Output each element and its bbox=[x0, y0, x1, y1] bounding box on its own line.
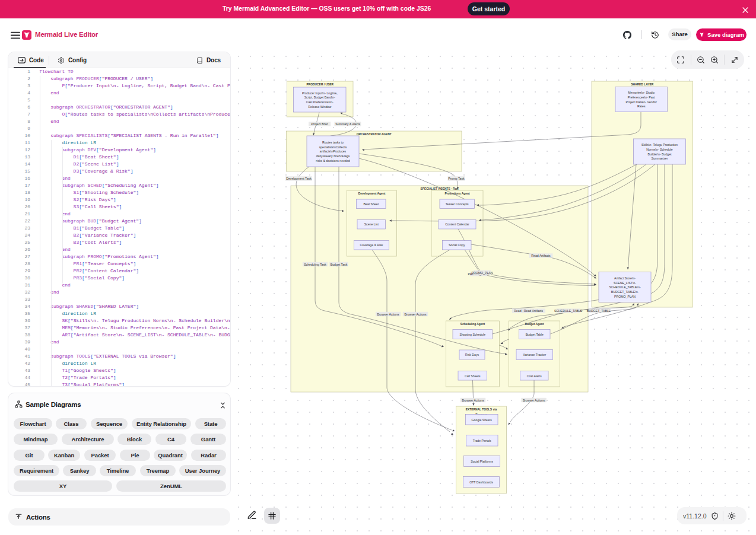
svg-text:Budget Task: Budget Task bbox=[331, 263, 348, 266]
svg-text:specialists\nCollects: specialists\nCollects bbox=[319, 145, 347, 149]
svg-text:Release Window: Release Window bbox=[308, 105, 331, 109]
svg-text:Variance Tracker: Variance Tracker bbox=[523, 353, 546, 356]
svg-text:PROMO_PLAN: PROMO_PLAN bbox=[614, 295, 636, 298]
svg-text:Promotions Agent: Promotions Agent bbox=[444, 192, 470, 195]
svg-text:Project Data\n- Vendor: Project Data\n- Vendor bbox=[626, 100, 657, 104]
svg-text:Google Sheets: Google Sheets bbox=[472, 418, 493, 422]
svg-text:PRODUCER / USER: PRODUCER / USER bbox=[306, 83, 333, 86]
svg-text:Development Task: Development Task bbox=[286, 177, 312, 180]
svg-text:Rates: Rates bbox=[637, 104, 646, 108]
svg-text:Builder\n- Budget: Builder\n- Budget bbox=[647, 152, 672, 156]
svg-text:Cost Alerts: Cost Alerts bbox=[527, 374, 542, 378]
svg-text:Summarizer: Summarizer bbox=[652, 157, 668, 160]
svg-text:Producer Input\n- Logline,: Producer Input\n- Logline, bbox=[302, 91, 338, 95]
svg-text:Preferences\n- Past: Preferences\n- Past bbox=[628, 95, 655, 99]
svg-text:Browser Actions: Browser Actions bbox=[462, 399, 484, 402]
svg-text:Content Calendar: Content Calendar bbox=[445, 222, 469, 226]
svg-text:Memories\n- Studio: Memories\n- Studio bbox=[628, 91, 655, 94]
svg-text:Promo Task: Promo Task bbox=[448, 177, 465, 180]
svg-text:Project Brief: Project Brief bbox=[311, 122, 328, 126]
svg-text:Beat Sheet: Beat Sheet bbox=[363, 202, 379, 206]
svg-text:Browser Actions: Browser Actions bbox=[377, 313, 399, 316]
svg-text:SCHEDULE_TABLE: SCHEDULE_TABLE bbox=[554, 309, 583, 313]
svg-text:Social Platforms: Social Platforms bbox=[471, 460, 493, 463]
svg-text:Coverage & Risk: Coverage & Risk bbox=[360, 243, 383, 247]
svg-text:Scheduling Task: Scheduling Task bbox=[304, 263, 326, 266]
svg-text:Browser Actions: Browser Actions bbox=[404, 313, 427, 316]
svg-text:Norms\n- Schedule: Norms\n- Schedule bbox=[646, 148, 673, 151]
svg-text:Read Artifacts: Read Artifacts bbox=[524, 309, 544, 313]
svg-text:ORCHESTRATOR AGENT: ORCHESTRATOR AGENT bbox=[357, 133, 392, 136]
svg-text:Scheduling Agent: Scheduling Agent bbox=[460, 323, 485, 326]
svg-text:Artifact Store\n-: Artifact Store\n- bbox=[614, 276, 636, 280]
svg-text:Skills\n- Telugu Production: Skills\n- Telugu Production bbox=[641, 143, 678, 147]
svg-text:Cast Preferences\n-: Cast Preferences\n- bbox=[306, 100, 333, 104]
svg-text:SCHEDULE_TABLE\n-: SCHEDULE_TABLE\n- bbox=[609, 285, 641, 289]
svg-text:Risk Days: Risk Days bbox=[465, 353, 479, 356]
svg-text:Summary & Alerts: Summary & Alerts bbox=[335, 122, 360, 126]
svg-text:SCENE_LIST\n-: SCENE_LIST\n- bbox=[614, 281, 636, 285]
svg-text:Shooting Schedule: Shooting Schedule bbox=[459, 333, 485, 336]
svg-text:Development Agent: Development Agent bbox=[358, 192, 386, 195]
svg-text:Teaser Concepts: Teaser Concepts bbox=[446, 202, 469, 206]
svg-text:daily/weekly brief\nFlags: daily/weekly brief\nFlags bbox=[316, 154, 350, 158]
svg-text:Browser Actions: Browser Actions bbox=[523, 399, 545, 402]
svg-text:BUDGET_TABLE: BUDGET_TABLE bbox=[587, 309, 611, 313]
svg-text:Script, Budget Band\n-: Script, Budget Band\n- bbox=[304, 95, 335, 99]
svg-text:SPECIALIST AGENTS - Run: SPECIALIST AGENTS - Run bbox=[420, 187, 458, 190]
svg-text:Read Artifacts: Read Artifacts bbox=[531, 254, 551, 257]
svg-text:Routes tasks to: Routes tasks to bbox=[322, 141, 344, 144]
svg-text:Budget Agent: Budget Agent bbox=[525, 323, 544, 326]
svg-text:Trade Portals: Trade Portals bbox=[473, 439, 491, 442]
svg-text:BUDGET_TABLE\n-: BUDGET_TABLE\n- bbox=[611, 290, 639, 294]
svg-text:EXTERNAL TOOLS via: EXTERNAL TOOLS via bbox=[466, 408, 497, 411]
svg-text:risks & decisions needed: risks & decisions needed bbox=[316, 159, 350, 163]
svg-text:PROMO_PLAN: PROMO_PLAN bbox=[471, 271, 493, 275]
svg-text:OTT Dashboards: OTT Dashboards bbox=[469, 480, 493, 484]
svg-text:Social Copy: Social Copy bbox=[449, 243, 465, 247]
svg-text:SHARED LAYER: SHARED LAYER bbox=[631, 83, 654, 86]
svg-text:Budget Table: Budget Table bbox=[526, 333, 544, 336]
svg-text:Call Sheets: Call Sheets bbox=[465, 374, 481, 378]
svg-text:Scene List: Scene List bbox=[364, 222, 379, 226]
svg-text:artifacts\nProduces: artifacts\nProduces bbox=[320, 149, 347, 153]
